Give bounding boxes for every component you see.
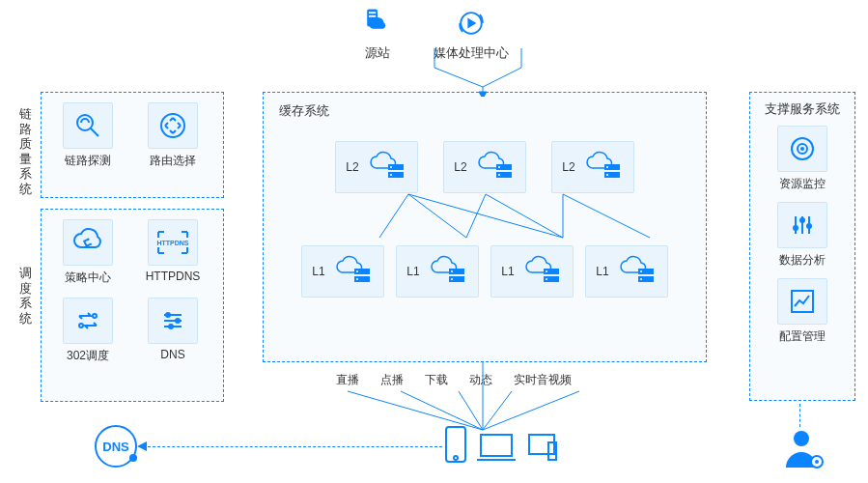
- arrow-left-icon: [137, 440, 149, 452]
- sliders-icon: [156, 304, 189, 337]
- cache-connectors: [264, 93, 708, 363]
- dns-node: DNS: [95, 425, 137, 468]
- phone-icon: [444, 425, 467, 464]
- laptop-icon: [475, 431, 518, 464]
- route-select: 路由选择: [138, 102, 208, 189]
- httpdns-icon: HTTPDNS: [154, 226, 191, 259]
- user-gear-icon: [782, 425, 826, 469]
- svg-point-11: [168, 324, 174, 329]
- config-manage: 配置管理: [764, 278, 841, 345]
- svg-point-7: [93, 314, 97, 318]
- link-probe-label: 链路探测: [65, 153, 111, 169]
- data-analytics: 数据分析: [764, 202, 841, 269]
- top-connectors: [415, 48, 550, 97]
- svg-rect-52: [529, 435, 554, 454]
- dns-dot-icon: [129, 454, 137, 462]
- svg-rect-2: [369, 15, 376, 17]
- svg-point-56: [815, 460, 819, 464]
- httpdns-label: HTTPDNS: [146, 270, 201, 283]
- schedule-system-label: 调度系统: [17, 266, 33, 326]
- support-title: 支撑服务系统: [765, 100, 840, 118]
- svg-point-50: [454, 456, 458, 460]
- monitor-label: 资源监控: [779, 176, 826, 192]
- svg-rect-1: [369, 12, 376, 14]
- svg-point-42: [800, 147, 804, 151]
- cache-system-panel: 缓存系统 L2L2L2 L1L1L1L1: [263, 92, 707, 362]
- media-process-icon: [454, 6, 489, 41]
- support-panel: 支撑服务系统 资源监控 数据分析 配置管理: [749, 92, 855, 401]
- quality-system-label: 链路质量系统: [17, 106, 33, 197]
- redirect-302: 302调度: [53, 298, 123, 364]
- origin-label: 源站: [365, 44, 390, 62]
- equalizer-icon: [786, 209, 819, 242]
- svg-marker-48: [137, 441, 147, 451]
- svg-point-10: [175, 318, 181, 324]
- policy-center: 策略中心: [53, 219, 123, 286]
- svg-point-54: [794, 431, 809, 446]
- svg-marker-47: [479, 92, 487, 97]
- link-probe-icon: [71, 109, 104, 142]
- link-probe: 链路探测: [53, 102, 123, 189]
- link-quality-panel: 链路探测 路由选择: [41, 92, 224, 198]
- redirect-icon: [71, 304, 104, 337]
- svg-point-8: [79, 324, 83, 327]
- svg-rect-46: [792, 291, 813, 312]
- dns-arrow: [143, 446, 442, 447]
- origin-station: 源站: [360, 6, 395, 62]
- client-devices: [444, 425, 558, 464]
- dns-text: DNS: [102, 440, 128, 454]
- svg-point-9: [165, 312, 171, 318]
- resource-monitor: 资源监控: [764, 126, 841, 192]
- svg-point-43: [793, 225, 798, 231]
- dns-item-label: DNS: [160, 348, 184, 361]
- route-select-label: 路由选择: [150, 153, 196, 169]
- route-select-icon: [156, 109, 189, 142]
- desktop-icon: [525, 431, 558, 464]
- svg-point-5: [161, 114, 184, 137]
- chart-icon: [786, 285, 819, 318]
- policy-icon: [71, 226, 104, 259]
- config-label: 配置管理: [779, 328, 826, 345]
- schedule-panel: 策略中心 HTTPDNS HTTPDNS 302调度 DNS: [41, 209, 224, 402]
- svg-point-44: [799, 217, 805, 223]
- svg-text:HTTPDNS: HTTPDNS: [156, 240, 188, 246]
- user-support-line: [799, 404, 800, 427]
- httpdns: HTTPDNS HTTPDNS: [138, 219, 208, 286]
- policy-label: 策略中心: [65, 270, 111, 286]
- svg-rect-51: [481, 435, 512, 456]
- analytics-label: 数据分析: [779, 252, 826, 269]
- dns-item: DNS: [138, 298, 208, 364]
- eye-icon: [786, 132, 819, 165]
- redirect-label: 302调度: [67, 348, 109, 364]
- svg-point-4: [77, 115, 93, 130]
- server-cloud-icon: [360, 6, 395, 41]
- svg-point-45: [806, 223, 812, 229]
